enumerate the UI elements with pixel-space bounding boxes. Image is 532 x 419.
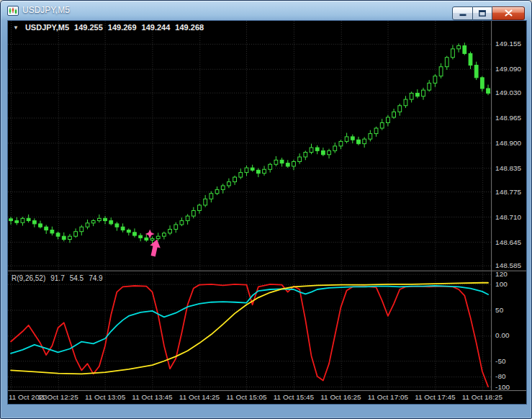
- candle-body: [97, 218, 101, 220]
- candle-body: [333, 146, 337, 150]
- candle-body: [404, 99, 407, 106]
- price-tick-label: 148.900: [495, 139, 521, 147]
- candle-body: [363, 139, 366, 143]
- candle-body: [369, 134, 372, 140]
- candle-body: [298, 157, 302, 161]
- candle-body: [91, 221, 95, 223]
- candle-body: [487, 89, 490, 93]
- candle-body: [50, 230, 54, 233]
- candle-body: [74, 232, 78, 236]
- osc-tick-label: 100: [495, 280, 508, 288]
- title-bar[interactable]: USDJPY,M5: [1, 1, 531, 21]
- osc-tick-label: 0.00: [495, 331, 510, 339]
- candle-body: [227, 182, 231, 186]
- candle-body: [480, 78, 484, 89]
- price-tick-label: 148.710: [495, 213, 521, 221]
- time-axis-label: 11 Oct 12:25: [37, 393, 78, 401]
- candle-body: [145, 238, 148, 240]
- symbol-dropdown-arrow-icon[interactable]: ▼: [12, 24, 20, 32]
- candle-body: [191, 211, 195, 217]
- candle-body: [292, 161, 296, 166]
- candle-body: [315, 148, 319, 150]
- candle-body: [133, 233, 137, 235]
- candle-body: [263, 169, 266, 173]
- candle-body: [39, 224, 42, 227]
- candle-body: [215, 189, 219, 193]
- chart-app-icon: [7, 5, 19, 17]
- candle-body: [286, 163, 289, 166]
- minimize-button[interactable]: [452, 6, 473, 20]
- time-axis-label: 11 Oct 13:45: [132, 393, 173, 401]
- candle-body: [127, 230, 130, 233]
- maximize-button[interactable]: [473, 6, 492, 20]
- price-tick-label: 148.965: [495, 114, 521, 122]
- candle-body: [474, 66, 478, 78]
- candle-body: [115, 224, 119, 227]
- candle-body: [168, 229, 172, 233]
- candle-body: [239, 173, 243, 177]
- candle-body: [445, 58, 448, 67]
- candle-body: [245, 168, 248, 172]
- osc-tick-label: 50: [495, 306, 504, 314]
- candle-body: [27, 218, 30, 220]
- candle-body: [198, 205, 202, 211]
- candle-body: [180, 221, 184, 225]
- candle-body: [274, 160, 278, 164]
- close-button[interactable]: [492, 6, 525, 20]
- price-tick-label: 148.585: [495, 261, 521, 269]
- osc-tick-label: -100: [495, 383, 510, 391]
- candle-body: [121, 227, 125, 230]
- candle-body: [392, 112, 396, 117]
- candle-body: [174, 225, 178, 229]
- time-axis-label: 11 Oct 15:05: [226, 393, 267, 401]
- candle-body: [150, 238, 154, 240]
- osc-tick-label: -50: [495, 357, 506, 365]
- candle-body: [410, 93, 413, 99]
- chart-client-area: 149.155149.090149.030148.965148.900148.8…: [8, 21, 526, 404]
- candle-body: [463, 46, 466, 54]
- candle-body: [374, 128, 378, 134]
- candle-body: [162, 233, 166, 236]
- chart-canvas[interactable]: 149.155149.090149.030148.965148.900148.8…: [8, 21, 526, 404]
- time-axis-label: 11 Oct 18:25: [462, 393, 503, 401]
- candle-body: [428, 83, 431, 90]
- osc-tick-label: 120: [495, 270, 508, 278]
- candle-body: [104, 218, 107, 220]
- candle-body: [345, 137, 348, 141]
- maximize-icon: [479, 8, 486, 19]
- price-tick-label: 148.645: [495, 238, 521, 246]
- candle-body: [256, 170, 260, 173]
- candle-body: [269, 164, 272, 169]
- candle-body: [357, 140, 361, 143]
- candle-body: [15, 221, 19, 223]
- candle-body: [204, 199, 207, 205]
- candle-body: [280, 160, 284, 163]
- candle-body: [233, 177, 237, 181]
- candle-body: [457, 46, 461, 49]
- candle-body: [80, 227, 84, 231]
- candle-body: [398, 106, 402, 112]
- candle-body: [422, 90, 425, 96]
- time-axis-label: 11 Oct 17:05: [368, 393, 409, 401]
- candle-body: [21, 218, 24, 222]
- candle-body: [387, 117, 390, 123]
- candle-body: [186, 216, 189, 220]
- candle-body: [139, 235, 143, 238]
- candle-body: [310, 148, 313, 152]
- window-title: USDJPY,M5: [22, 1, 70, 21]
- candle-body: [451, 49, 455, 58]
- time-axis-label: 11 Oct 13:05: [85, 393, 126, 401]
- candle-body: [56, 233, 60, 236]
- candle-body: [339, 141, 343, 145]
- candle-body: [415, 93, 419, 96]
- candle-body: [328, 150, 331, 154]
- minimize-icon: [459, 8, 466, 19]
- candle-body: [351, 137, 354, 140]
- price-tick-label: 148.775: [495, 188, 521, 196]
- chart-background: [8, 21, 526, 404]
- price-tick-label: 149.030: [495, 89, 521, 96]
- candle-body: [304, 153, 307, 157]
- price-tick-label: 149.155: [495, 40, 521, 48]
- candle-body: [62, 236, 66, 239]
- time-axis-label: 11 Oct 17:45: [415, 393, 456, 401]
